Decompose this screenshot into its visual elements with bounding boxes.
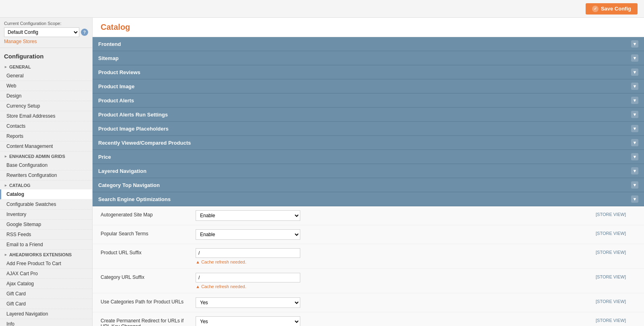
section-toggle-product_alerts_run: ▼ [631,111,638,118]
section-label-product_image: Product Image [98,83,134,89]
section-header-layered_nav[interactable]: Layered Navigation▼ [93,164,644,178]
group-arrow-4: ► [4,253,8,257]
section-toggle-category_top_nav: ▼ [631,181,638,189]
input-category_url_suffix[interactable] [196,273,300,282]
config-input-product_url_suffix: ▲ Cache refresh needed. [196,248,589,264]
sidebar-item-gift-card-1[interactable]: Gift Card [0,289,92,299]
section-toggle-layered_nav: ▼ [631,167,638,174]
group-general-label: ► GENERAL [0,62,92,71]
scope-label: Current Configuration Scope: [4,21,88,26]
sidebar-item-configurable-swatches[interactable]: Configurable Swatches [0,199,92,210]
config-row-permanent_redirect: Create Permanent Redirect for URLs if UR… [93,312,644,326]
scope-badge-use_categories_path: [STORE VIEW] [596,297,636,304]
group-arrow: ► [4,65,8,69]
section-label-layered_nav: Layered Navigation [98,168,147,174]
seo-section-label: Search Engine Optimizations [98,196,171,202]
warning-icon: ▲ [196,260,200,264]
section-label-category_top_nav: Category Top Navigation [98,182,160,188]
section-header-product_alerts[interactable]: Product Alerts▼ [93,93,644,108]
sidebar-item-google-sitemap[interactable]: Google Sitemap [0,220,92,230]
scope-box: Current Configuration Scope: Default Con… [0,18,92,48]
config-label-category_url_suffix: Category URL Suffix [101,273,189,280]
section-label-product_image_ph: Product Image Placeholders [98,126,169,132]
sidebar-item-currency-setup[interactable]: Currency Setup [0,101,92,111]
section-toggle-product_alerts: ▼ [631,97,638,104]
select-popular_search_terms[interactable]: EnableDisable [196,229,300,240]
scope-info-button[interactable]: ? [81,29,88,36]
main-layout: Current Configuration Scope: Default Con… [0,18,644,326]
section-toggle-product_reviews: ▼ [631,69,638,76]
section-label-frontend: Frontend [98,41,121,47]
section-header-price[interactable]: Price▼ [93,150,644,164]
config-input-popular_search_terms: EnableDisable [196,229,589,240]
section-label-sitemap: Sitemap [98,55,119,61]
sections-top: Frontend▼Sitemap▼Product Reviews▼Product… [93,37,644,192]
sidebar-item-info[interactable]: Info [0,319,92,326]
sidebar-item-inventory[interactable]: Inventory [0,210,92,220]
config-label-autogenerated_sitemap: Autogenerated Site Map [101,210,189,218]
config-row-use_categories_path: Use Categories Path for Product URLsYesN… [93,293,644,312]
config-input-category_url_suffix: ▲ Cache refresh needed. [196,273,589,289]
sidebar: Current Configuration Scope: Default Con… [0,18,93,326]
sidebar-item-add-free-product[interactable]: Add Free Product To Cart [0,259,92,269]
sidebar-item-design[interactable]: Design [0,91,92,101]
config-label-product_url_suffix: Product URL Suffix [101,248,189,255]
sidebar-item-content-mgmt[interactable]: Content Management [0,141,92,152]
select-autogenerated_sitemap[interactable]: EnableDisable [196,210,300,221]
config-row-category_url_suffix: Category URL Suffix▲ Cache refresh neede… [93,269,644,293]
section-header-category_top_nav[interactable]: Category Top Navigation▼ [93,178,644,192]
page-title: Catalog [93,18,644,37]
section-toggle-sitemap: ▼ [631,54,638,62]
scope-badge-permanent_redirect: [STORE VIEW] [596,316,636,323]
manage-stores-link[interactable]: Manage Stores [4,39,37,44]
sidebar-item-layered-nav[interactable]: Layered Navigation [0,309,92,319]
sidebar-item-rss-feeds[interactable]: RSS Feeds [0,230,92,240]
sidebar-item-catalog[interactable]: Catalog [0,189,92,199]
section-toggle-product_image: ▼ [631,83,638,90]
sidebar-item-gift-card-2[interactable]: Gift Card [0,299,92,309]
sidebar-item-base-config[interactable]: Base Configuration [0,160,92,170]
section-header-product_reviews[interactable]: Product Reviews▼ [93,65,644,79]
sidebar-item-web[interactable]: Web [0,81,92,91]
section-header-product_image[interactable]: Product Image▼ [93,79,644,93]
config-row-product_url_suffix: Product URL Suffix▲ Cache refresh needed… [93,244,644,269]
section-toggle-product_image_ph: ▼ [631,125,638,132]
warning-icon: ▲ [196,284,200,289]
input-product_url_suffix[interactable] [196,248,300,258]
sidebar-item-store-email[interactable]: Store Email Addresses [0,111,92,121]
section-header-product_alerts_run[interactable]: Product Alerts Run Settings▼ [93,108,644,122]
scope-select[interactable]: Default Config [4,27,79,37]
scope-badge-product_url_suffix: [STORE VIEW] [596,248,636,255]
section-label-recently_viewed: Recently Viewed/Compared Products [98,140,191,146]
section-toggle-price: ▼ [631,153,638,160]
section-header-frontend[interactable]: Frontend▼ [93,37,644,51]
group-enhanced-label: ► ENHANCED ADMIN GRIDS [0,152,92,160]
sidebar-item-general[interactable]: General [0,71,92,81]
select-permanent_redirect[interactable]: YesNo [196,316,300,326]
sidebar-item-ajax-cart-pro[interactable]: AJAX Cart Pro [0,269,92,279]
save-config-button[interactable]: ✓ Save Config [586,3,638,15]
scope-select-row: Default Config ? [4,27,88,37]
section-header-product_image_ph[interactable]: Product Image Placeholders▼ [93,122,644,136]
config-input-autogenerated_sitemap: EnableDisable [196,210,589,221]
section-toggle-recently_viewed: ▼ [631,139,638,146]
config-input-permanent_redirect: YesNo [196,316,589,326]
seo-section: Search Engine Optimizations ▼ Autogenera… [93,192,644,326]
config-row-popular_search_terms: Popular Search TermsEnableDisable[STORE … [93,225,644,244]
scope-badge-category_url_suffix: [STORE VIEW] [596,273,636,279]
seo-section-content: Autogenerated Site MapEnableDisable[STOR… [93,206,644,326]
sidebar-item-rewriters[interactable]: Rewriters Configuration [0,170,92,181]
config-label-popular_search_terms: Popular Search Terms [101,229,189,237]
sidebar-item-reports[interactable]: Reports [0,131,92,141]
cache-note-category_url_suffix: ▲ Cache refresh needed. [196,284,589,289]
section-header-recently_viewed[interactable]: Recently Viewed/Compared Products▼ [93,136,644,150]
seo-toggle-icon: ▼ [631,195,638,203]
sidebar-item-ajax-catalog[interactable]: Ajax Catalog [0,279,92,289]
seo-section-header[interactable]: Search Engine Optimizations ▼ [93,192,644,206]
sidebar-item-email-friend[interactable]: Email to a Friend [0,240,92,250]
select-use_categories_path[interactable]: YesNo [196,297,300,308]
config-heading: Configuration [0,48,92,62]
sidebar-item-contacts[interactable]: Contacts [0,121,92,131]
section-toggle-frontend: ▼ [631,40,638,48]
section-header-sitemap[interactable]: Sitemap▼ [93,51,644,65]
